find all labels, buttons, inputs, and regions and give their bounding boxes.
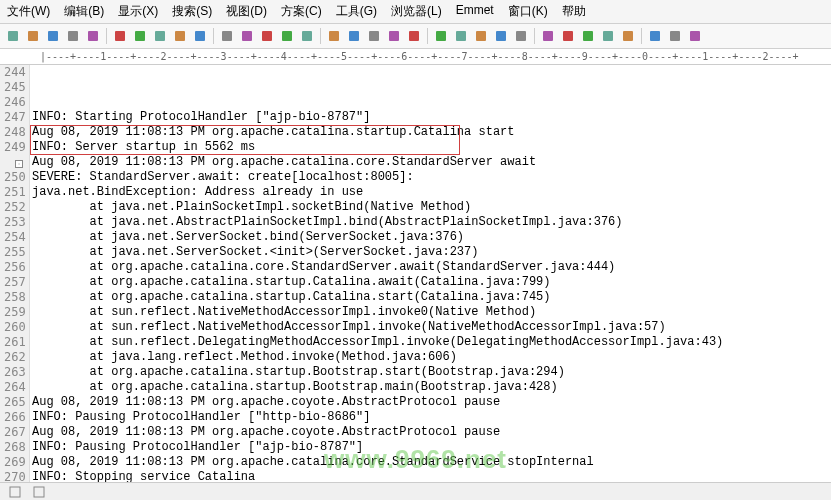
menu-item-3[interactable]: 搜索(S) bbox=[169, 2, 215, 21]
preview-icon[interactable] bbox=[111, 27, 129, 45]
outdent-icon[interactable] bbox=[432, 27, 450, 45]
log-line: at org.apache.catalina.core.StandardServ… bbox=[32, 260, 831, 275]
line-number[interactable]: 261 bbox=[4, 335, 23, 350]
delete-icon[interactable] bbox=[191, 27, 209, 45]
menu-item-0[interactable]: 文件(W) bbox=[4, 2, 53, 21]
menu-item-5[interactable]: 方案(C) bbox=[278, 2, 325, 21]
svg-rect-18 bbox=[389, 31, 399, 41]
ruler: |----+----1----+----2----+----3----+----… bbox=[0, 49, 831, 65]
bullet1-icon[interactable] bbox=[512, 27, 530, 45]
log-line: at org.apache.catalina.startup.Catalina.… bbox=[32, 275, 831, 290]
run-icon[interactable] bbox=[599, 27, 617, 45]
svg-rect-21 bbox=[456, 31, 466, 41]
log-line: Aug 08, 2019 11:08:13 PM org.apache.cata… bbox=[32, 455, 831, 470]
svg-rect-11 bbox=[242, 31, 252, 41]
svg-rect-20 bbox=[436, 31, 446, 41]
line-number[interactable]: 247 bbox=[4, 110, 23, 125]
status-icon-1[interactable] bbox=[6, 483, 24, 501]
menu-item-8[interactable]: Emmet bbox=[453, 2, 497, 21]
log-line: at java.net.PlainSocketImpl.socketBind(N… bbox=[32, 200, 831, 215]
line-number[interactable]: 258 bbox=[4, 290, 23, 305]
bookmark-icon[interactable] bbox=[325, 27, 343, 45]
line-number[interactable]: 252 bbox=[4, 200, 23, 215]
menu-item-7[interactable]: 浏览器(L) bbox=[388, 2, 445, 21]
line-number[interactable]: 266 bbox=[4, 410, 23, 425]
save-icon[interactable] bbox=[44, 27, 62, 45]
line-number[interactable]: 254 bbox=[4, 230, 23, 245]
line-number[interactable]: 244 bbox=[4, 65, 23, 80]
line-number[interactable]: 255 bbox=[4, 245, 23, 260]
uppercase-icon[interactable] bbox=[385, 27, 403, 45]
line-number[interactable]: 259 bbox=[4, 305, 23, 320]
menu-item-6[interactable]: 工具(G) bbox=[333, 2, 380, 21]
line-number[interactable]: 265 bbox=[4, 395, 23, 410]
menu-item-1[interactable]: 编辑(B) bbox=[61, 2, 107, 21]
line-number[interactable]: 264 bbox=[4, 380, 23, 395]
new-icon[interactable] bbox=[4, 27, 22, 45]
bullet2-icon[interactable] bbox=[539, 27, 557, 45]
line-number[interactable]: 245 bbox=[4, 80, 23, 95]
saveall-icon[interactable] bbox=[64, 27, 82, 45]
log-line: Aug 08, 2019 11:08:13 PM org.apache.coyo… bbox=[32, 395, 831, 410]
svg-rect-24 bbox=[516, 31, 526, 41]
line-number[interactable]: 269 bbox=[4, 455, 23, 470]
status-icon-2[interactable] bbox=[30, 483, 48, 501]
undo-icon[interactable] bbox=[218, 27, 236, 45]
line-number-gutter[interactable]: 244245246247248249-250251252253254255256… bbox=[0, 65, 30, 490]
replace-icon[interactable] bbox=[278, 27, 296, 45]
paste-icon[interactable] bbox=[171, 27, 189, 45]
line-number[interactable]: 256 bbox=[4, 260, 23, 275]
play-icon[interactable] bbox=[492, 27, 510, 45]
sort-icon[interactable] bbox=[579, 27, 597, 45]
highlight-icon[interactable] bbox=[298, 27, 316, 45]
menu-item-10[interactable]: 帮助 bbox=[559, 2, 589, 21]
toolbar-separator bbox=[534, 28, 535, 44]
log-line: Aug 08, 2019 11:08:13 PM org.apache.cata… bbox=[32, 125, 831, 140]
log-line: SEVERE: StandardServer.await: create[loc… bbox=[32, 170, 831, 185]
line-number[interactable]: 260 bbox=[4, 320, 23, 335]
line-number[interactable]: 262 bbox=[4, 350, 23, 365]
log-line: at java.net.AbstractPlainSocketImpl.bind… bbox=[32, 215, 831, 230]
open-icon[interactable] bbox=[24, 27, 42, 45]
line-number[interactable]: 257 bbox=[4, 275, 23, 290]
svg-rect-3 bbox=[68, 31, 78, 41]
line-number[interactable]: 253 bbox=[4, 215, 23, 230]
line-number[interactable]: 246 bbox=[4, 95, 23, 110]
lowercase-icon[interactable] bbox=[365, 27, 383, 45]
line-number[interactable]: 248 bbox=[4, 125, 23, 140]
copy-icon[interactable] bbox=[151, 27, 169, 45]
record-icon[interactable] bbox=[472, 27, 490, 45]
line-number[interactable]: 249- bbox=[4, 140, 23, 170]
svg-rect-7 bbox=[155, 31, 165, 41]
extra3-icon[interactable] bbox=[686, 27, 704, 45]
editor-area[interactable]: 244245246247248249-250251252253254255256… bbox=[0, 65, 831, 490]
svg-rect-29 bbox=[623, 31, 633, 41]
font-icon[interactable] bbox=[345, 27, 363, 45]
toolbar-separator bbox=[320, 28, 321, 44]
line-number[interactable]: 251 bbox=[4, 185, 23, 200]
zoom-icon[interactable] bbox=[619, 27, 637, 45]
redo-icon[interactable] bbox=[238, 27, 256, 45]
extra2-icon[interactable] bbox=[666, 27, 684, 45]
menu-item-4[interactable]: 视图(D) bbox=[223, 2, 270, 21]
line-number[interactable]: 250 bbox=[4, 170, 23, 185]
menu-item-9[interactable]: 窗口(K) bbox=[505, 2, 551, 21]
line-number[interactable]: 267 bbox=[4, 425, 23, 440]
toggle-icon[interactable] bbox=[452, 27, 470, 45]
code-content[interactable]: INFO: Starting ProtocolHandler ["ajp-bio… bbox=[30, 65, 831, 490]
cut-icon[interactable] bbox=[131, 27, 149, 45]
line-number[interactable]: 263 bbox=[4, 365, 23, 380]
fold-toggle-icon[interactable]: - bbox=[15, 160, 23, 168]
line-number[interactable]: 268 bbox=[4, 440, 23, 455]
menu-bar: 文件(W)编辑(B)显示(X)搜索(S)视图(D)方案(C)工具(G)浏览器(L… bbox=[0, 0, 831, 24]
svg-rect-33 bbox=[10, 487, 20, 497]
log-line: Aug 08, 2019 11:08:13 PM org.apache.coyo… bbox=[32, 425, 831, 440]
extra1-icon[interactable] bbox=[646, 27, 664, 45]
wrap-icon[interactable] bbox=[559, 27, 577, 45]
log-line: Aug 08, 2019 11:08:13 PM org.apache.cata… bbox=[32, 155, 831, 170]
log-line: INFO: Server startup in 5562 ms bbox=[32, 140, 831, 155]
indent-icon[interactable] bbox=[405, 27, 423, 45]
find-icon[interactable] bbox=[258, 27, 276, 45]
print-icon[interactable] bbox=[84, 27, 102, 45]
menu-item-2[interactable]: 显示(X) bbox=[115, 2, 161, 21]
